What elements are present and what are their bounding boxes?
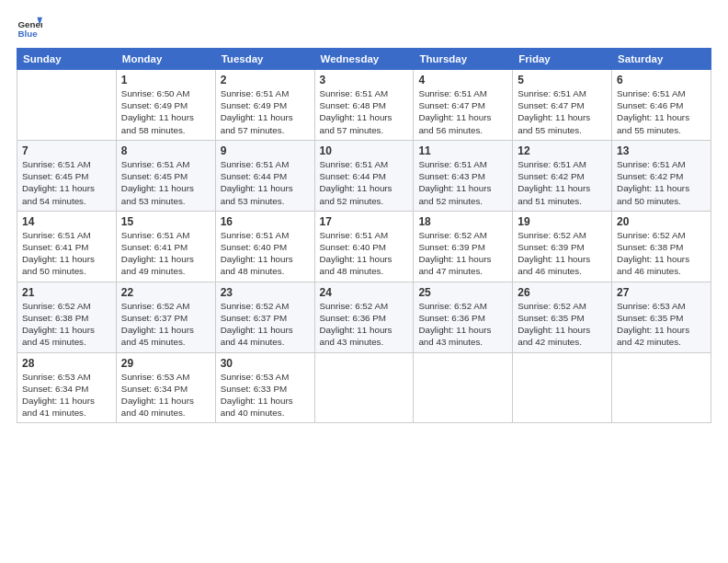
cell-content: Sunrise: 6:51 AM Sunset: 6:46 PM Dayligh… (617, 87, 706, 136)
cell-content: Sunrise: 6:52 AM Sunset: 6:36 PM Dayligh… (320, 300, 409, 349)
cell-content: Sunrise: 6:51 AM Sunset: 6:42 PM Dayligh… (518, 158, 607, 207)
calendar-cell: 27Sunrise: 6:53 AM Sunset: 6:35 PM Dayli… (612, 282, 711, 352)
cell-content: Sunrise: 6:51 AM Sunset: 6:48 PM Dayligh… (320, 87, 409, 136)
cell-content: Sunrise: 6:52 AM Sunset: 6:35 PM Dayligh… (518, 300, 607, 349)
cell-content: Sunrise: 6:52 AM Sunset: 6:39 PM Dayligh… (518, 229, 607, 278)
calendar-cell: 23Sunrise: 6:52 AM Sunset: 6:37 PM Dayli… (215, 282, 314, 352)
cell-content: Sunrise: 6:51 AM Sunset: 6:42 PM Dayligh… (617, 158, 706, 207)
day-number: 4 (418, 74, 507, 86)
day-number: 13 (617, 144, 706, 157)
page-header: General Blue (17, 15, 711, 40)
calendar-week-row: 1Sunrise: 6:50 AM Sunset: 6:49 PM Daylig… (17, 70, 711, 141)
calendar-cell: 22Sunrise: 6:52 AM Sunset: 6:37 PM Dayli… (116, 282, 215, 352)
calendar-cell: 4Sunrise: 6:51 AM Sunset: 6:47 PM Daylig… (414, 70, 513, 141)
day-number: 19 (518, 215, 607, 228)
calendar-cell: 17Sunrise: 6:51 AM Sunset: 6:40 PM Dayli… (314, 211, 414, 282)
cell-content: Sunrise: 6:52 AM Sunset: 6:39 PM Dayligh… (418, 229, 507, 278)
cell-content: Sunrise: 6:51 AM Sunset: 6:47 PM Dayligh… (418, 87, 507, 136)
weekday-header: Thursday (414, 49, 513, 70)
calendar-cell: 10Sunrise: 6:51 AM Sunset: 6:44 PM Dayli… (314, 140, 414, 211)
calendar-cell: 20Sunrise: 6:52 AM Sunset: 6:38 PM Dayli… (612, 211, 711, 282)
day-number: 11 (418, 144, 507, 157)
calendar-cell: 29Sunrise: 6:53 AM Sunset: 6:34 PM Dayli… (116, 352, 215, 423)
day-number: 18 (418, 215, 507, 228)
calendar-cell: 19Sunrise: 6:52 AM Sunset: 6:39 PM Dayli… (513, 211, 612, 282)
calendar-cell: 1Sunrise: 6:50 AM Sunset: 6:49 PM Daylig… (116, 70, 215, 141)
weekday-header: Friday (513, 49, 612, 70)
day-number: 7 (22, 144, 111, 157)
day-number: 28 (22, 357, 111, 370)
weekday-header: Tuesday (215, 49, 314, 70)
cell-content: Sunrise: 6:52 AM Sunset: 6:38 PM Dayligh… (617, 229, 706, 278)
day-number: 8 (121, 144, 210, 157)
calendar-cell (513, 352, 612, 423)
day-number: 12 (518, 144, 607, 157)
cell-content: Sunrise: 6:51 AM Sunset: 6:45 PM Dayligh… (22, 158, 111, 207)
cell-content: Sunrise: 6:51 AM Sunset: 6:47 PM Dayligh… (518, 87, 607, 136)
calendar-cell: 25Sunrise: 6:52 AM Sunset: 6:36 PM Dayli… (414, 282, 513, 352)
calendar-cell: 28Sunrise: 6:53 AM Sunset: 6:34 PM Dayli… (17, 352, 117, 423)
day-number: 20 (617, 215, 706, 228)
day-number: 1 (121, 74, 210, 86)
weekday-header: Sunday (17, 49, 117, 70)
cell-content: Sunrise: 6:50 AM Sunset: 6:49 PM Dayligh… (121, 87, 210, 136)
calendar-cell: 16Sunrise: 6:51 AM Sunset: 6:40 PM Dayli… (215, 211, 314, 282)
calendar-cell: 6Sunrise: 6:51 AM Sunset: 6:46 PM Daylig… (612, 70, 711, 141)
cell-content: Sunrise: 6:53 AM Sunset: 6:35 PM Dayligh… (617, 300, 706, 349)
day-number: 26 (518, 286, 607, 299)
calendar-header-row: SundayMondayTuesdayWednesdayThursdayFrid… (17, 49, 711, 70)
calendar-week-row: 7Sunrise: 6:51 AM Sunset: 6:45 PM Daylig… (17, 140, 711, 211)
calendar-table: SundayMondayTuesdayWednesdayThursdayFrid… (17, 48, 711, 423)
cell-content: Sunrise: 6:53 AM Sunset: 6:33 PM Dayligh… (221, 371, 310, 419)
cell-content: Sunrise: 6:53 AM Sunset: 6:34 PM Dayligh… (121, 371, 210, 419)
calendar-cell: 8Sunrise: 6:51 AM Sunset: 6:45 PM Daylig… (116, 140, 215, 211)
calendar-cell: 26Sunrise: 6:52 AM Sunset: 6:35 PM Dayli… (513, 282, 612, 352)
calendar-cell (314, 352, 414, 423)
cell-content: Sunrise: 6:51 AM Sunset: 6:44 PM Dayligh… (221, 158, 310, 207)
day-number: 25 (418, 286, 507, 299)
cell-content: Sunrise: 6:51 AM Sunset: 6:41 PM Dayligh… (22, 229, 111, 278)
day-number: 24 (320, 286, 409, 299)
day-number: 17 (320, 215, 409, 228)
calendar-cell (612, 352, 711, 423)
calendar-cell: 11Sunrise: 6:51 AM Sunset: 6:43 PM Dayli… (414, 140, 513, 211)
calendar-cell: 24Sunrise: 6:52 AM Sunset: 6:36 PM Dayli… (314, 282, 414, 352)
calendar-cell: 13Sunrise: 6:51 AM Sunset: 6:42 PM Dayli… (612, 140, 711, 211)
day-number: 23 (221, 286, 310, 299)
day-number: 14 (22, 215, 111, 228)
logo-icon: General Blue (17, 15, 42, 40)
day-number: 27 (617, 286, 706, 299)
calendar-cell: 9Sunrise: 6:51 AM Sunset: 6:44 PM Daylig… (215, 140, 314, 211)
calendar-cell (17, 70, 117, 141)
day-number: 22 (121, 286, 210, 299)
cell-content: Sunrise: 6:52 AM Sunset: 6:38 PM Dayligh… (22, 300, 111, 349)
calendar-week-row: 21Sunrise: 6:52 AM Sunset: 6:38 PM Dayli… (17, 282, 711, 352)
day-number: 3 (320, 74, 409, 86)
cell-content: Sunrise: 6:52 AM Sunset: 6:37 PM Dayligh… (221, 300, 310, 349)
calendar-cell: 7Sunrise: 6:51 AM Sunset: 6:45 PM Daylig… (17, 140, 117, 211)
day-number: 21 (22, 286, 111, 299)
day-number: 5 (518, 74, 607, 86)
calendar-cell: 3Sunrise: 6:51 AM Sunset: 6:48 PM Daylig… (314, 70, 414, 141)
cell-content: Sunrise: 6:52 AM Sunset: 6:36 PM Dayligh… (418, 300, 507, 349)
weekday-header: Wednesday (314, 49, 414, 70)
cell-content: Sunrise: 6:51 AM Sunset: 6:45 PM Dayligh… (121, 158, 210, 207)
calendar-week-row: 14Sunrise: 6:51 AM Sunset: 6:41 PM Dayli… (17, 211, 711, 282)
weekday-header: Monday (116, 49, 215, 70)
day-number: 9 (221, 144, 310, 157)
calendar-week-row: 28Sunrise: 6:53 AM Sunset: 6:34 PM Dayli… (17, 352, 711, 423)
weekday-header: Saturday (612, 49, 711, 70)
day-number: 2 (221, 74, 310, 86)
day-number: 16 (221, 215, 310, 228)
cell-content: Sunrise: 6:51 AM Sunset: 6:41 PM Dayligh… (121, 229, 210, 278)
day-number: 15 (121, 215, 210, 228)
cell-content: Sunrise: 6:51 AM Sunset: 6:49 PM Dayligh… (221, 87, 310, 136)
cell-content: Sunrise: 6:52 AM Sunset: 6:37 PM Dayligh… (121, 300, 210, 349)
day-number: 6 (617, 74, 706, 86)
cell-content: Sunrise: 6:51 AM Sunset: 6:43 PM Dayligh… (418, 158, 507, 207)
calendar-cell: 30Sunrise: 6:53 AM Sunset: 6:33 PM Dayli… (215, 352, 314, 423)
logo: General Blue (17, 15, 42, 40)
cell-content: Sunrise: 6:51 AM Sunset: 6:44 PM Dayligh… (320, 158, 409, 207)
cell-content: Sunrise: 6:51 AM Sunset: 6:40 PM Dayligh… (320, 229, 409, 278)
calendar-cell: 12Sunrise: 6:51 AM Sunset: 6:42 PM Dayli… (513, 140, 612, 211)
